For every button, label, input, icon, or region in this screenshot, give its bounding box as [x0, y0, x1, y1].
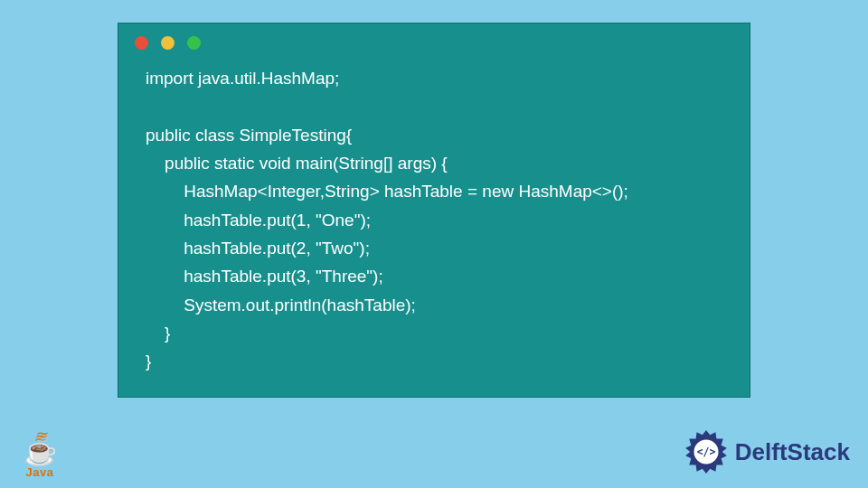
- code-content: import java.util.HashMap; public class S…: [118, 55, 750, 394]
- delftstack-gear-icon: </>: [683, 428, 730, 475]
- delftstack-logo-text: DelftStack: [735, 438, 850, 466]
- window-controls: [118, 23, 750, 55]
- code-line: hashTable.put(3, "Three");: [146, 267, 383, 286]
- code-window: import java.util.HashMap; public class S…: [118, 23, 750, 398]
- code-line: public static void main(String[] args) {: [146, 154, 448, 173]
- svg-text:</>: </>: [697, 446, 716, 458]
- code-line: hashTable.put(2, "Two");: [146, 239, 370, 258]
- code-line: }: [146, 324, 170, 343]
- code-line: hashTable.put(1, "One");: [146, 211, 371, 230]
- java-logo: ≋ ☕ Java: [18, 432, 61, 479]
- java-cup-icon: ☕: [24, 436, 57, 466]
- java-logo-text: Java: [18, 465, 61, 479]
- code-line: HashMap<Integer,String> hashTable = new …: [146, 182, 628, 201]
- code-line: }: [146, 352, 151, 371]
- close-icon: [135, 36, 148, 50]
- minimize-icon: [161, 36, 175, 50]
- code-line: public class SimpleTesting{: [146, 126, 352, 145]
- code-line: import java.util.HashMap;: [146, 69, 339, 88]
- maximize-icon: [187, 36, 201, 50]
- delftstack-logo: </> DelftStack: [683, 428, 850, 475]
- code-line: System.out.println(hashTable);: [146, 296, 416, 314]
